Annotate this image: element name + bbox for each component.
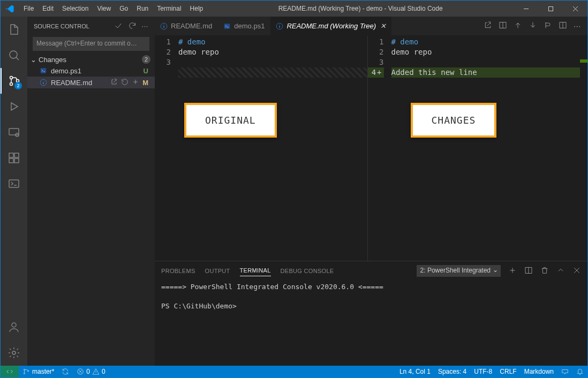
discard-changes-icon[interactable] bbox=[121, 78, 129, 87]
close-panel-icon[interactable] bbox=[572, 266, 581, 276]
code-area[interactable]: # demo demo repo bbox=[176, 36, 367, 261]
svg-point-34 bbox=[280, 25, 280, 25]
encoding-indicator[interactable]: UTF-8 bbox=[470, 368, 496, 375]
editor-tab[interactable]: demo.ps1 bbox=[218, 17, 270, 35]
panel-tab-debug-console[interactable]: DEBUG CONSOLE bbox=[281, 266, 334, 276]
run-debug-icon[interactable] bbox=[1, 94, 27, 119]
sidebar-title: SOURCE CONTROL bbox=[34, 23, 89, 29]
svg-rect-20 bbox=[41, 68, 47, 73]
changed-file-row[interactable]: demo.ps1 U bbox=[27, 65, 155, 77]
problems-indicator[interactable]: 0 0 bbox=[73, 366, 109, 377]
menu-file[interactable]: File bbox=[19, 1, 38, 17]
eol-indicator[interactable]: CRLF bbox=[496, 368, 520, 375]
powershell-file-icon bbox=[39, 67, 48, 74]
remote-indicator-icon[interactable] bbox=[1, 366, 19, 377]
refresh-icon[interactable] bbox=[128, 21, 137, 31]
menu-terminal[interactable]: Terminal bbox=[153, 1, 185, 17]
split-terminal-icon[interactable] bbox=[524, 266, 533, 276]
commit-message-input[interactable]: Message (Ctrl+Enter to commit o… bbox=[33, 37, 149, 51]
terminal-line bbox=[161, 292, 581, 301]
settings-gear-icon[interactable] bbox=[1, 340, 27, 366]
editor-more-icon[interactable]: ··· bbox=[574, 22, 581, 30]
branch-indicator[interactable]: master* bbox=[19, 366, 58, 377]
svg-rect-14 bbox=[9, 158, 13, 163]
terminal-body[interactable]: =====> PowerShell Integrated Console v20… bbox=[155, 280, 587, 366]
panel-tab-output[interactable]: OUTPUT bbox=[205, 266, 230, 276]
file-name: README.md bbox=[51, 79, 110, 87]
new-terminal-icon[interactable] bbox=[508, 266, 517, 276]
title-bar: File Edit Selection View Go Run Terminal… bbox=[1, 1, 587, 17]
svg-rect-10 bbox=[9, 128, 19, 135]
changes-count-badge: 2 bbox=[142, 55, 150, 64]
more-actions-icon[interactable]: ··· bbox=[142, 23, 148, 29]
editor-tab[interactable]: README.md bbox=[155, 17, 218, 35]
line-gutter: 1 2 3 bbox=[155, 36, 176, 261]
line-gutter: 1 2 3 4+ bbox=[368, 36, 389, 261]
editor-tab[interactable]: README.md (Working Tree) ✕ bbox=[270, 17, 392, 35]
whitespace-icon[interactable] bbox=[544, 21, 552, 31]
annotation-changes: CHANGES bbox=[411, 103, 497, 138]
overview-ruler[interactable] bbox=[580, 36, 587, 261]
commit-check-icon[interactable] bbox=[114, 21, 123, 31]
language-mode[interactable]: Markdown bbox=[521, 368, 557, 375]
maximize-panel-icon[interactable] bbox=[556, 266, 565, 276]
menu-edit[interactable]: Edit bbox=[38, 1, 58, 17]
svg-point-4 bbox=[10, 51, 17, 58]
window-title: README.md (Working Tree) - demo - Visual… bbox=[207, 5, 514, 12]
stage-changes-icon[interactable] bbox=[132, 78, 139, 87]
diff-changes-pane: 1 2 3 4+ # demo demo repo Added this new… bbox=[368, 36, 581, 261]
search-icon[interactable] bbox=[1, 42, 27, 68]
menu-go[interactable]: Go bbox=[115, 1, 132, 17]
svg-point-7 bbox=[10, 83, 13, 86]
tab-close-icon[interactable]: ✕ bbox=[380, 22, 386, 30]
menu-bar: File Edit Selection View Go Run Terminal… bbox=[19, 1, 207, 17]
tab-label: demo.ps1 bbox=[234, 22, 265, 30]
menu-help[interactable]: Help bbox=[186, 1, 208, 17]
menu-selection[interactable]: Selection bbox=[58, 1, 93, 17]
info-file-icon bbox=[276, 22, 283, 30]
svg-point-49 bbox=[27, 371, 28, 372]
changes-section-header[interactable]: ⌄ Changes 2 bbox=[27, 54, 155, 65]
open-file-icon[interactable] bbox=[110, 78, 118, 87]
next-change-icon[interactable] bbox=[529, 21, 537, 31]
previous-change-icon[interactable] bbox=[514, 21, 522, 31]
feedback-icon[interactable] bbox=[557, 368, 572, 375]
sync-indicator[interactable] bbox=[58, 366, 73, 377]
open-changes-icon[interactable] bbox=[484, 21, 492, 31]
vscode-logo-icon bbox=[1, 1, 19, 17]
info-file-icon bbox=[39, 79, 48, 86]
terminal-selector[interactable]: 2: PowerShell Integrated bbox=[417, 265, 501, 277]
accounts-icon[interactable] bbox=[1, 314, 27, 340]
code-area[interactable]: # demo demo repo Added this new line bbox=[389, 36, 581, 261]
panel-tab-problems[interactable]: PROBLEMS bbox=[161, 266, 195, 276]
changed-file-row[interactable]: README.md M bbox=[27, 77, 155, 88]
kill-terminal-icon[interactable] bbox=[540, 266, 549, 276]
remote-explorer-icon[interactable] bbox=[1, 119, 27, 145]
cursor-position[interactable]: Ln 4, Col 1 bbox=[396, 368, 434, 375]
indentation-indicator[interactable]: Spaces: 4 bbox=[434, 368, 470, 375]
overview-ruler-mark bbox=[580, 59, 587, 63]
notifications-icon[interactable] bbox=[572, 368, 587, 375]
window-close-button[interactable] bbox=[563, 1, 587, 17]
window-minimize-button[interactable] bbox=[514, 1, 538, 17]
split-editor-icon[interactable] bbox=[559, 21, 567, 31]
svg-marker-9 bbox=[11, 103, 18, 110]
explorer-icon[interactable] bbox=[1, 17, 27, 42]
svg-point-47 bbox=[24, 369, 25, 370]
file-name: demo.ps1 bbox=[51, 67, 144, 75]
powershell-icon[interactable] bbox=[1, 171, 27, 196]
source-control-sidebar: SOURCE CONTROL ··· Message (Ctrl+Enter t… bbox=[27, 17, 155, 366]
menu-view[interactable]: View bbox=[93, 1, 115, 17]
panel-tab-terminal[interactable]: TERMINAL bbox=[240, 265, 271, 276]
svg-rect-16 bbox=[9, 180, 19, 187]
window-maximize-button[interactable] bbox=[538, 1, 563, 17]
toggle-inline-icon[interactable] bbox=[499, 21, 507, 31]
extensions-icon[interactable] bbox=[1, 145, 27, 171]
svg-line-5 bbox=[16, 57, 19, 60]
source-control-icon[interactable]: 2 bbox=[1, 68, 27, 94]
changes-label: Changes bbox=[39, 56, 66, 64]
svg-rect-1 bbox=[548, 6, 553, 11]
svg-rect-13 bbox=[14, 153, 19, 157]
svg-point-29 bbox=[163, 25, 164, 25]
menu-run[interactable]: Run bbox=[132, 1, 153, 17]
